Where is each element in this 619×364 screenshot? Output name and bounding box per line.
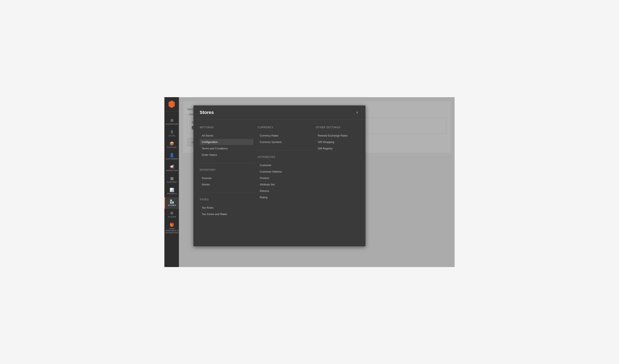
sidebar-item-system[interactable]: ⚙ SYSTEM — [164, 209, 179, 220]
currency-heading: Currency — [258, 126, 311, 129]
settings-heading: Settings — [200, 126, 253, 129]
marketing-icon: 📢 — [169, 165, 174, 169]
menu-sources[interactable]: Sources — [200, 175, 253, 181]
modal-close-button[interactable]: × — [355, 110, 359, 115]
menu-reward-exchange-rates[interactable]: Reward Exchange Rates — [316, 133, 370, 139]
sidebar-item-label: MARKETING — [166, 169, 178, 172]
sidebar-item-label: CATALOG — [167, 146, 177, 148]
sidebar-item-label: CUSTOMERS — [166, 158, 179, 160]
sidebar-logo — [164, 97, 179, 112]
sidebar-item-label: REPORTS — [167, 193, 177, 195]
sidebar: ⊞ DASHBOARD $ SALES 📦 CATALOG 👤 CUSTOMER… — [164, 97, 179, 267]
main-content: reports tailored to your customer data. … — [179, 97, 455, 267]
find-partners-icon: 🎁 — [169, 223, 174, 227]
menu-rating[interactable]: Rating — [258, 194, 311, 200]
sidebar-item-sales[interactable]: $ SALES — [164, 128, 179, 139]
modal-title: Stores — [200, 110, 214, 115]
modal-column-3: Other Settings Reward Exchange Rates Gif… — [316, 126, 374, 217]
sidebar-item-reports[interactable]: 📊 REPORTS — [164, 186, 179, 197]
sidebar-item-label: STORES — [168, 204, 176, 206]
dashboard-icon: ⊞ — [170, 119, 174, 122]
reports-icon: 📊 — [169, 188, 174, 192]
customers-icon: 👤 — [169, 153, 174, 157]
taxes-heading: Taxes — [200, 198, 253, 201]
currency-attributes-divider — [258, 150, 311, 150]
settings-inventory-divider — [200, 163, 253, 163]
inventory-taxes-divider — [200, 193, 253, 193]
sidebar-item-label: SYSTEM — [168, 216, 176, 218]
sidebar-item-find-partners[interactable]: 🎁 FIND PARTNERS & EXTENSIONS — [164, 220, 179, 236]
sidebar-item-label: FIND PARTNERS & EXTENSIONS — [165, 228, 179, 234]
menu-tax-rules[interactable]: Tax Rules — [200, 205, 253, 211]
stores-modal: Stores × Settings All Stores Configurati… — [193, 106, 366, 246]
stores-icon: 🏪 — [169, 200, 174, 203]
menu-customer[interactable]: Customer — [258, 162, 311, 168]
menu-attribute-set[interactable]: Attribute Set — [258, 181, 311, 188]
sidebar-item-customers[interactable]: 👤 CUSTOMERS — [164, 151, 179, 162]
modal-header: Stores × — [193, 106, 366, 120]
attributes-heading: Attributes — [258, 156, 311, 159]
menu-terms-conditions[interactable]: Terms and Conditions — [200, 146, 253, 151]
menu-returns[interactable]: Returns — [258, 188, 311, 194]
sidebar-item-content[interactable]: ▦ CONTENT — [164, 174, 179, 186]
sidebar-item-marketing[interactable]: 📢 MARKETING — [164, 162, 179, 174]
menu-currency-symbols[interactable]: Currency Symbols — [258, 139, 311, 145]
modal-column-2: Currency Currency Rates Currency Symbols… — [258, 126, 316, 217]
other-settings-heading: Other Settings — [316, 126, 370, 129]
modal-column-1: Settings All Stores Configuration Terms … — [200, 126, 258, 217]
sidebar-item-label: SALES — [169, 135, 175, 137]
menu-tax-zones-rates[interactable]: Tax Zones and Rates — [200, 211, 253, 217]
sidebar-item-dashboard[interactable]: ⊞ DASHBOARD — [164, 116, 179, 128]
menu-customer-address[interactable]: Customer Address — [258, 169, 311, 175]
menu-gift-wrapping[interactable]: Gift Wrapping — [316, 139, 370, 145]
menu-product[interactable]: Product — [258, 175, 311, 181]
sidebar-item-label: CONTENT — [167, 181, 177, 183]
modal-body: Settings All Stores Configuration Terms … — [193, 120, 366, 224]
menu-gift-registry[interactable]: Gift Registry — [316, 146, 370, 151]
sidebar-item-label: DASHBOARD — [166, 123, 179, 125]
menu-configuration[interactable]: Configuration — [200, 139, 253, 145]
magento-logo-icon — [168, 100, 175, 108]
content-icon: ▦ — [170, 176, 174, 180]
menu-currency-rates[interactable]: Currency Rates — [258, 133, 311, 139]
sidebar-item-catalog[interactable]: 📦 CATALOG — [164, 139, 179, 151]
system-icon: ⚙ — [170, 211, 174, 215]
menu-stocks[interactable]: Stocks — [200, 181, 253, 188]
menu-order-status[interactable]: Order Status — [200, 152, 253, 158]
inventory-heading: Inventory — [200, 168, 253, 171]
sales-icon: $ — [171, 130, 173, 134]
menu-all-stores[interactable]: All Stores — [200, 133, 253, 139]
sidebar-item-stores[interactable]: 🏪 STORES — [164, 197, 179, 209]
catalog-icon: 📦 — [169, 142, 174, 146]
